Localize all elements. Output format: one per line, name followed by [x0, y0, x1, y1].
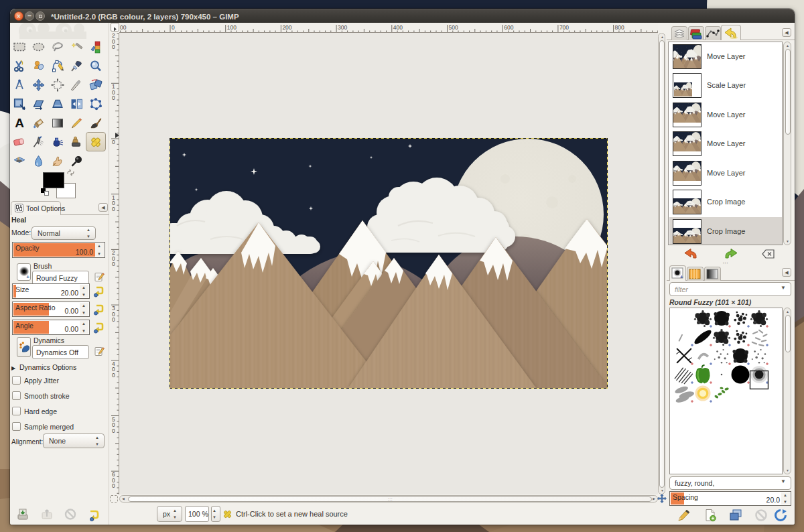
svg-text:0: 0: [112, 206, 115, 212]
svg-text:A: A: [15, 116, 24, 130]
svg-text:800: 800: [615, 24, 624, 31]
svg-text:200: 200: [282, 24, 291, 31]
svg-text:0: 0: [112, 427, 115, 434]
svg-text:600: 600: [504, 24, 513, 31]
svg-text:00: 00: [120, 24, 127, 31]
svg-text:400: 400: [393, 24, 403, 31]
svg-text:0: 0: [112, 316, 115, 323]
svg-text:100: 100: [227, 24, 237, 31]
svg-text:500: 500: [449, 24, 458, 31]
svg-text:300: 300: [338, 24, 347, 31]
svg-text:0: 0: [172, 24, 175, 31]
svg-text:0: 0: [112, 482, 115, 489]
svg-text:700: 700: [559, 24, 569, 31]
svg-text:0: 0: [112, 44, 115, 50]
svg-text:0: 0: [112, 261, 115, 267]
svg-text:+: +: [680, 274, 683, 279]
svg-text:0: 0: [112, 94, 115, 101]
svg-text:0: 0: [112, 372, 115, 379]
svg-text:0: 0: [112, 139, 115, 145]
